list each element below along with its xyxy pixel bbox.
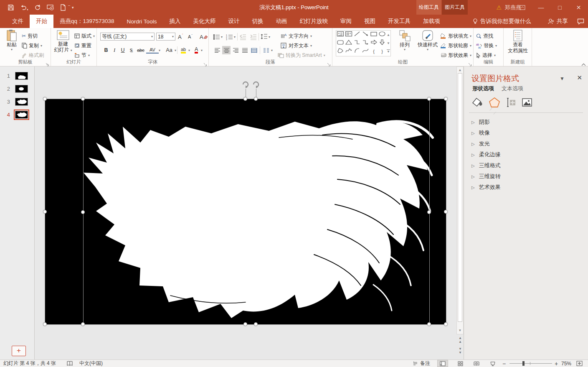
font-size-combo[interactable]: 18▾ — [156, 33, 175, 41]
bold-button[interactable]: B — [102, 46, 110, 54]
rotate-handle-background[interactable] — [241, 80, 250, 89]
font-name-combo[interactable]: 等线 (正文)▾ — [100, 33, 155, 41]
slide-thumbnail-3[interactable]: 3 — [0, 98, 35, 107]
shape-triangle-icon[interactable] — [345, 39, 352, 47]
strikethrough-button[interactable]: abc — [135, 46, 146, 54]
zoom-slider-thumb[interactable] — [522, 361, 525, 366]
shape-freeform-icon[interactable] — [337, 47, 344, 56]
shape-right-arrow-icon[interactable] — [370, 39, 378, 47]
pane-options-dropdown[interactable]: ▼ — [560, 76, 565, 82]
decrease-indent-icon[interactable] — [239, 34, 246, 40]
effects-icon[interactable] — [488, 97, 501, 108]
paragraph-dialog-launcher[interactable] — [327, 61, 331, 65]
character-spacing-dropdown[interactable]: ▾ — [159, 48, 160, 52]
distribute-text-button[interactable] — [250, 46, 258, 54]
font-color-button[interactable]: A — [192, 46, 201, 54]
shape-fill-button[interactable]: 形状填充▾ — [440, 32, 471, 40]
shape-right-brace-icon[interactable]: } — [381, 49, 383, 54]
paste-dropdown[interactable]: ▾ — [11, 48, 13, 51]
tab-addins[interactable]: 加载项 — [417, 15, 446, 28]
new-slide-button[interactable]: 新建 幻灯片 ▾ — [53, 29, 73, 54]
increase-indent-icon[interactable] — [250, 34, 257, 40]
fit-to-window-button[interactable] — [576, 360, 583, 367]
resize-handle-w[interactable] — [43, 210, 47, 214]
close-button[interactable]: ✕ — [569, 0, 588, 15]
shape-effects-button[interactable]: 形状效果▾ — [440, 51, 471, 59]
bullets-icon[interactable] — [213, 34, 220, 40]
zoom-slider-track[interactable] — [509, 363, 552, 364]
share-button[interactable]: 共享 — [548, 15, 568, 28]
slide-preview[interactable] — [15, 85, 28, 93]
italic-button[interactable]: I — [110, 46, 119, 54]
resize-handle-sw[interactable] — [43, 322, 47, 326]
change-case-dropdown[interactable]: ▾ — [175, 48, 176, 52]
picture-handle-e[interactable] — [427, 210, 431, 214]
shape-scribble-icon[interactable] — [345, 47, 352, 56]
pane-section-shadow[interactable]: ▷阴影 — [471, 117, 580, 127]
clipboard-dialog-launcher[interactable] — [45, 61, 49, 65]
section-button[interactable]: 节▾ — [74, 51, 90, 59]
select-button[interactable]: 选择▾ — [476, 51, 496, 59]
normal-view-button[interactable] — [437, 360, 448, 367]
copy-dropdown[interactable]: ▾ — [41, 44, 42, 48]
resize-handle-nw[interactable] — [43, 97, 47, 101]
gallery-more-button[interactable]: ▼ — [387, 49, 390, 54]
layout-button[interactable]: 版式▾ — [74, 32, 95, 40]
shape-elbow-arrow-connector-icon[interactable] — [362, 39, 369, 47]
align-left-button[interactable] — [213, 46, 221, 54]
text-shadow-button[interactable]: S — [127, 46, 135, 54]
columns-dropdown[interactable]: ▾ — [271, 48, 273, 52]
grow-font-button[interactable]: Aˆ — [178, 33, 183, 41]
tab-qq[interactable]: 燕燕qq：1397573038 — [53, 15, 121, 28]
next-slide-button[interactable]: ▼▼ — [457, 347, 463, 355]
tab-developer[interactable]: 开发工具 — [382, 15, 417, 28]
align-right-button[interactable] — [231, 46, 240, 54]
picture-handle-w[interactable] — [81, 210, 85, 214]
slide-preview[interactable] — [15, 98, 28, 106]
tab-home[interactable]: 开始 — [30, 15, 53, 28]
tab-animations[interactable]: 动画 — [269, 15, 293, 28]
shape-rectangle-icon[interactable] — [370, 31, 378, 39]
zoom-in-button[interactable]: + — [555, 360, 558, 367]
reset-button[interactable]: 重置 — [74, 41, 91, 50]
tab-design[interactable]: 设计 — [222, 15, 246, 28]
brush-stroke-picture[interactable] — [45, 99, 446, 324]
numbering-icon[interactable]: 123 — [226, 34, 233, 40]
view-doc-properties-button[interactable]: 查看 文档属性 — [505, 29, 530, 54]
shape-elbow-connector-icon[interactable] — [353, 39, 361, 47]
pane-section-3d-rotation[interactable]: ▷三维旋转 — [471, 171, 580, 182]
slide-sorter-view-button[interactable] — [455, 360, 466, 367]
slide-editing-area[interactable] — [45, 99, 446, 324]
picture-icon[interactable] — [521, 97, 533, 108]
tab-review[interactable]: 审阅 — [334, 15, 358, 28]
pane-section-reflection[interactable]: ▷映像 — [471, 127, 580, 138]
tab-slideshow[interactable]: 幻灯片放映 — [293, 15, 334, 28]
slide-thumbnail-2[interactable]: 2 — [0, 85, 35, 94]
bullets-dropdown[interactable]: ▾ — [221, 35, 223, 39]
shape-arrow-icon[interactable] — [362, 31, 369, 39]
align-text-button[interactable]: 对齐文本▾ — [281, 41, 312, 50]
scrollbar-thumb[interactable] — [458, 73, 462, 322]
slide-preview[interactable] — [15, 111, 28, 119]
smartart-button[interactable]: 转换为 SmartArt▾ — [277, 51, 325, 59]
drawing-dialog-launcher[interactable] — [468, 61, 472, 65]
reading-view-button[interactable] — [471, 360, 482, 367]
add-slide-button[interactable]: + — [12, 346, 26, 356]
find-button[interactable]: 查找 — [476, 32, 493, 40]
pane-section-3d-format[interactable]: ▷三维格式 — [471, 160, 580, 171]
replace-button[interactable]: abac替换▾ — [476, 41, 497, 50]
gallery-scroll-down[interactable]: ▼ — [387, 41, 390, 45]
shape-outline-button[interactable]: 形状轮廓▾ — [440, 41, 471, 50]
gallery-scroll-up[interactable]: ▲ — [387, 33, 390, 37]
picture-handle-ne[interactable] — [427, 97, 431, 101]
tell-me-box[interactable]: 告诉我你想要做什么 — [473, 15, 531, 28]
text-direction-button[interactable]: A文字方向▾ — [281, 32, 312, 40]
highlight-color-dropdown[interactable]: ▾ — [188, 48, 190, 52]
change-case-button[interactable]: Aa — [164, 46, 175, 54]
tab-view[interactable]: 视图 — [358, 15, 382, 28]
shape-rounded-rectangle-icon[interactable] — [337, 39, 344, 47]
tab-file[interactable]: 文件 — [6, 15, 30, 28]
picture-handle-n[interactable] — [254, 97, 258, 101]
slide-preview[interactable] — [15, 72, 28, 80]
underline-button[interactable]: U — [119, 46, 127, 54]
